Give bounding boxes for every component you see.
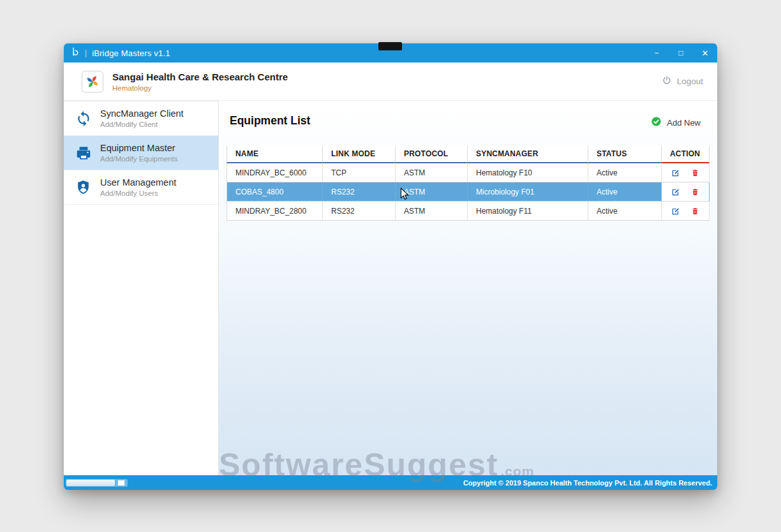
app-logo-icon bbox=[71, 47, 80, 60]
main-content: Equipment List Add New NAME LINK MODE PR… bbox=[219, 101, 717, 475]
cell-protocol: ASTM bbox=[396, 163, 468, 182]
scrollbar-fill bbox=[66, 480, 115, 486]
status-bar: Copyright © 2019 Spanco Health Technolog… bbox=[64, 475, 717, 490]
column-header-syncmanager: SYNCMANAGER bbox=[468, 145, 588, 163]
maximize-button[interactable]: □ bbox=[669, 43, 693, 63]
shield-user-icon bbox=[75, 179, 92, 196]
cell-syncmanager: Microbiology F01 bbox=[468, 182, 588, 202]
sidebar-item-text: User Management Add/Modify Users bbox=[100, 177, 176, 197]
cell-action bbox=[662, 163, 710, 182]
pinwheel-icon bbox=[84, 73, 101, 90]
sidebar-item-subtitle: Add/Modify Users bbox=[100, 189, 176, 197]
cell-status: Active bbox=[588, 163, 662, 182]
column-header-status: STATUS bbox=[588, 145, 662, 163]
table-row-selected[interactable]: COBAS_4800 RS232 ASTM Microbiology F01 A… bbox=[227, 182, 710, 202]
cell-name: MINDRAY_BC_2800 bbox=[227, 202, 323, 221]
sidebar-item-user-management[interactable]: User Management Add/Modify Users bbox=[64, 170, 218, 205]
cell-syncmanager: Hematology F10 bbox=[468, 163, 588, 182]
sidebar-item-title: SyncManager Client bbox=[100, 108, 184, 119]
org-department: Hematology bbox=[112, 84, 288, 92]
sidebar-item-text: SyncManager Client Add/Modify Client bbox=[100, 108, 184, 128]
cell-status: Active bbox=[588, 202, 662, 221]
app-window: | iBridge Masters v1.1 − □ ✕ bbox=[64, 43, 717, 490]
column-header-protocol: PROTOCOL bbox=[396, 145, 468, 163]
delete-icon[interactable] bbox=[691, 168, 699, 177]
equipment-icon bbox=[75, 144, 92, 161]
screen-notch bbox=[378, 42, 402, 50]
cell-link-mode: RS232 bbox=[323, 182, 396, 202]
edit-icon[interactable] bbox=[671, 207, 680, 216]
sidebar-item-subtitle: Add/Modify Client bbox=[100, 121, 184, 128]
table-header: NAME LINK MODE PROTOCOL SYNCMANAGER STAT… bbox=[227, 145, 710, 163]
logout-button[interactable]: Logout bbox=[662, 75, 704, 87]
org-text: Sangai Health Care & Research Centre Hem… bbox=[112, 71, 288, 92]
power-icon bbox=[662, 75, 672, 87]
sidebar-item-subtitle: Add/Modify Equipments bbox=[100, 155, 177, 163]
sidebar-item-syncmanager-client[interactable]: SyncManager Client Add/Modify Client bbox=[64, 101, 218, 136]
cell-name: MINDRAY_BC_6000 bbox=[227, 163, 323, 182]
close-button[interactable]: ✕ bbox=[693, 43, 717, 63]
column-header-link-mode: LINK MODE bbox=[323, 145, 396, 163]
cell-protocol: ASTM bbox=[396, 182, 468, 202]
cell-status: Active bbox=[588, 182, 662, 202]
edit-icon[interactable] bbox=[671, 168, 680, 177]
minimize-button[interactable]: − bbox=[644, 43, 669, 63]
edit-icon[interactable] bbox=[671, 188, 680, 196]
scrollbar-thumb[interactable] bbox=[117, 480, 125, 486]
cell-link-mode: RS232 bbox=[323, 202, 396, 221]
equipment-table: NAME LINK MODE PROTOCOL SYNCMANAGER STAT… bbox=[227, 145, 710, 221]
title-bar-left: | iBridge Masters v1.1 bbox=[64, 47, 170, 60]
sidebar-item-title: Equipment Master bbox=[100, 143, 177, 153]
cell-action bbox=[662, 202, 710, 221]
add-new-label: Add New bbox=[667, 118, 701, 128]
sidebar-item-text: Equipment Master Add/Modify Equipments bbox=[100, 143, 177, 163]
sidebar-item-title: User Management bbox=[100, 177, 176, 188]
cell-action bbox=[662, 182, 710, 202]
column-header-name: NAME bbox=[227, 145, 323, 163]
sidebar: SyncManager Client Add/Modify Client Equ… bbox=[64, 101, 219, 475]
sync-icon bbox=[75, 110, 92, 127]
cell-name: COBAS_4800 bbox=[227, 182, 323, 202]
table-row[interactable]: MINDRAY_BC_2800 RS232 ASTM Hematology F1… bbox=[227, 202, 710, 221]
copyright-text: Copyright © 2019 Spanco Health Technolog… bbox=[463, 479, 717, 487]
cell-link-mode: TCP bbox=[323, 163, 396, 182]
horizontal-scrollbar[interactable] bbox=[66, 479, 128, 487]
logout-label: Logout bbox=[677, 77, 703, 86]
app-header: Sangai Health Care & Research Centre Hem… bbox=[64, 63, 717, 101]
title-separator: | bbox=[85, 48, 87, 57]
cell-protocol: ASTM bbox=[396, 202, 468, 221]
page-title: Equipment List bbox=[230, 114, 310, 128]
add-new-button[interactable]: Add New bbox=[651, 116, 701, 129]
check-circle-icon bbox=[651, 116, 662, 129]
org-logo bbox=[82, 71, 103, 92]
window-controls: − □ ✕ bbox=[644, 43, 717, 63]
delete-icon[interactable] bbox=[691, 207, 699, 216]
org-name: Sangai Health Care & Research Centre bbox=[112, 71, 288, 82]
sidebar-item-equipment-master[interactable]: Equipment Master Add/Modify Equipments bbox=[64, 136, 218, 170]
desktop-background: | iBridge Masters v1.1 − □ ✕ bbox=[0, 0, 781, 532]
column-header-action: ACTION bbox=[662, 145, 710, 163]
delete-icon[interactable] bbox=[691, 188, 699, 196]
app-title: iBridge Masters v1.1 bbox=[92, 48, 170, 58]
cell-syncmanager: Hematology F11 bbox=[468, 202, 588, 221]
table-row[interactable]: MINDRAY_BC_6000 TCP ASTM Hematology F10 … bbox=[227, 163, 710, 182]
